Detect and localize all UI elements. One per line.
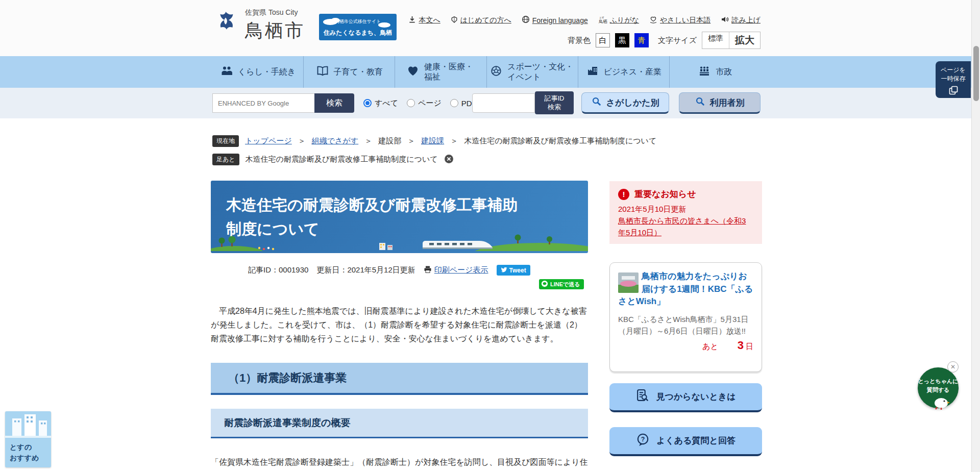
footprint-clear-icon[interactable]	[444, 154, 454, 165]
article-meta: 記事ID：0001930 更新日：2021年5月12日更新 印刷ページ表示 Tw…	[248, 265, 530, 276]
global-nav: くらし・手続き 子育て・教育 健康・医療・福祉 スポーツ・文化・イベント ビジネ…	[0, 56, 980, 88]
scrollbar-thumb[interactable]	[973, 46, 979, 101]
kbc-countdown: あと 3 日	[618, 339, 753, 352]
faq-button[interactable]: ? よくある質問と回答	[609, 427, 762, 456]
nav-sports-culture-events[interactable]: スポーツ・文化・イベント	[486, 56, 578, 88]
filter-all[interactable]: すべて	[363, 98, 398, 108]
twitter-bird-icon	[501, 266, 507, 275]
down-arrow-icon	[408, 16, 416, 25]
countdown-days: 3	[738, 339, 744, 352]
nav-health-medical-welfare[interactable]: 健康・医療・福祉	[395, 56, 486, 88]
easy-japanese-link[interactable]: やさしい日本語	[649, 15, 710, 25]
site-header: 佐賀県 Tosu City 鳥栖市 鳥栖市公式移住サイト 住みたくなるまち、鳥栖…	[0, 0, 980, 56]
breadcrumb-current: 木造住宅の耐震診断及び耐震改修工事補助制度について	[464, 136, 656, 146]
first-time-link[interactable]: はじめての方へ	[451, 16, 511, 25]
bg-black-button[interactable]: 黒	[615, 33, 629, 47]
display-controls: 背景色 白 黒 青 文字サイズ 標準 拡大	[568, 32, 761, 49]
svg-text:?: ?	[641, 436, 645, 443]
article-title-box: 木造住宅の耐震診断及び耐震改修工事補助制度について	[211, 181, 588, 253]
important-notice-title: 重要なお知らせ	[634, 188, 696, 200]
factory-icon	[586, 65, 599, 79]
breadcrumb-separator: ＞	[298, 136, 306, 146]
location-badge: 現在地	[212, 135, 239, 147]
beginner-mark-icon	[451, 16, 458, 25]
banner-subtitle: 鳥栖市公式移住サイト	[319, 18, 397, 25]
radio-pdf[interactable]	[450, 99, 458, 107]
foreign-language-link[interactable]: Foreign language	[522, 15, 588, 25]
search-filters: すべて ページ PDF	[363, 93, 477, 113]
chatbot-close-button[interactable]: ✕	[947, 361, 959, 372]
nav-business-industry[interactable]: ビジネス・産業	[578, 56, 669, 88]
filter-page[interactable]: ページ	[407, 98, 442, 108]
book-icon	[316, 65, 329, 79]
not-found-button[interactable]: 見つからないときは	[609, 383, 762, 412]
font-size-label: 文字サイズ	[658, 36, 697, 45]
line-icon	[541, 280, 548, 288]
article-updated: 更新日：2021年5月12日更新	[316, 265, 415, 275]
section-heading-2: 耐震診断派遣事業制度の概要	[211, 409, 588, 438]
breadcrumb-division[interactable]: 建設課	[421, 136, 444, 146]
breadcrumb-org[interactable]: 組織でさがす	[312, 136, 358, 146]
question-bubble-icon: ?	[636, 433, 650, 449]
article-intro: 平成28年4月に発生した熊本地震では、旧耐震基準により建設された木造住宅が倒壊し…	[211, 305, 588, 346]
article-paragraph-partial: 「佐賀県木造住宅耐震診断登録建築士」（耐震診断士）が対象住宅を訪問し、目視及び図…	[211, 456, 591, 469]
kbc-thumbnail-image	[618, 272, 639, 293]
bg-blue-button[interactable]: 青	[634, 33, 649, 47]
footprint-item: 木造住宅の耐震診断及び耐震改修工事補助制度について	[246, 155, 438, 164]
magnifier-icon	[592, 96, 601, 109]
tosu-recommend-widget[interactable]: とすの おすすめ	[5, 411, 51, 467]
tweet-button[interactable]: Tweet	[497, 265, 530, 276]
save-page-tab[interactable]: ページを 一時保存	[936, 61, 971, 98]
furigana-link[interactable]: とす鳥栖 ふりがな	[598, 15, 639, 25]
breadcrumb-separator: ＞	[450, 136, 458, 146]
footprint-badge: 足あと	[212, 154, 239, 165]
city-name: 鳥栖市	[245, 18, 305, 43]
nav-city-government[interactable]: 市政	[669, 56, 761, 88]
radio-page[interactable]	[407, 99, 415, 107]
banner-title: 住みたくなるまち、鳥栖	[319, 29, 397, 37]
scrollbar-track[interactable]	[971, 0, 980, 472]
breadcrumb-separator: ＞	[364, 136, 372, 146]
heart-hand-icon	[649, 15, 657, 25]
article-id: 記事ID：0001930	[248, 265, 308, 275]
kbc-promo-body: KBC「ふるさとWish鳥栖市」5月31日（月曜日）～6月6日（日曜日）放送!!	[618, 313, 753, 337]
nav-childcare-education[interactable]: 子育て・教育	[303, 56, 395, 88]
ball-icon	[489, 65, 503, 79]
printer-icon	[424, 265, 432, 275]
radio-all[interactable]	[363, 99, 372, 107]
read-aloud-link[interactable]: 読み上げ	[721, 15, 761, 25]
save-pages-icon	[948, 90, 959, 97]
magnifier-icon	[695, 96, 705, 109]
city-emblem-icon	[212, 11, 239, 41]
furigana-icon: とす鳥栖	[598, 15, 607, 25]
important-notice-link[interactable]: 鳥栖市長から市民の皆さまへ（令和3年5月10日）	[618, 215, 753, 238]
kbc-promo-box: 鳥栖市の魅力をたっぷりお届けする1週間！KBC「ふるさとWish」 KBC「ふる…	[609, 262, 762, 372]
print-page-link[interactable]: 印刷ページ表示	[424, 265, 488, 275]
font-standard-button[interactable]: 標準	[702, 32, 729, 48]
breadcrumb-separator: ＞	[407, 136, 415, 146]
site-search-input[interactable]	[212, 93, 314, 113]
document-search-icon	[635, 389, 649, 405]
government-icon	[698, 65, 711, 79]
line-share-button[interactable]: LINEで送る	[539, 279, 584, 289]
breadcrumb-home[interactable]: トップページ	[245, 136, 292, 146]
breadcrumb: 現在地 トップページ ＞ 組織でさがす ＞ 建設部 ＞ 建設課 ＞ 木造住宅の耐…	[212, 135, 656, 147]
main-content-link[interactable]: 本文へ	[408, 16, 440, 25]
globe-icon	[522, 15, 530, 25]
article-id-input[interactable]	[472, 93, 535, 113]
migration-site-banner[interactable]: 鳥栖市公式移住サイト 住みたくなるまち、鳥栖	[319, 14, 397, 40]
search-by-method-button[interactable]: さがしかた別	[581, 92, 669, 114]
search-button[interactable]: 検索	[314, 93, 354, 113]
mascot-bird-icon	[931, 396, 951, 412]
bg-white-button[interactable]: 白	[596, 33, 610, 47]
city-logo-link[interactable]: 佐賀県 Tosu City 鳥栖市	[212, 8, 305, 43]
breadcrumb-dept: 建設部	[378, 136, 401, 146]
font-large-button[interactable]: 拡大	[729, 32, 760, 48]
people-icon	[220, 65, 233, 79]
important-notice-date: 2021年5月10日更新	[618, 205, 753, 214]
nav-living-procedures[interactable]: くらし・手続き	[212, 56, 303, 88]
article-id-search-button[interactable]: 記事ID検索	[535, 91, 574, 114]
search-by-user-button[interactable]: 利用者別	[679, 92, 761, 114]
prefecture-label: 佐賀県 Tosu City	[245, 8, 305, 17]
speaker-icon	[721, 15, 729, 25]
